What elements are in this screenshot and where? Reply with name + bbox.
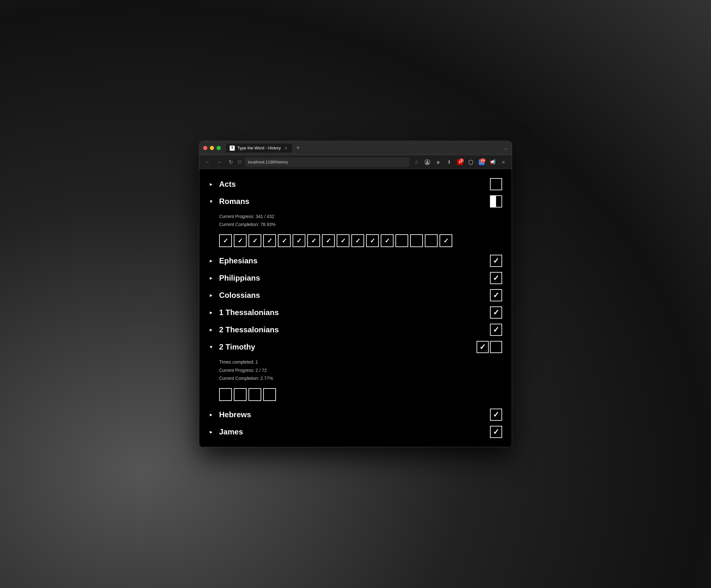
toolbar-icons: ☆ ◈ ⬆ M 1	[412, 158, 508, 167]
2timothy-checkbox-completed[interactable]	[477, 341, 489, 353]
book-item-2thess: ► 2 Thessalonians	[209, 321, 502, 338]
traffic-lights	[203, 146, 221, 150]
back-button[interactable]: ←	[203, 158, 212, 167]
ch-box-7[interactable]	[307, 234, 320, 247]
browser-window: T Type the Word - History × + ⌄ ← → ↻ 🛡 …	[199, 141, 512, 447]
hebrews-arrow[interactable]: ►	[209, 412, 215, 417]
ch-box-1[interactable]	[219, 234, 232, 247]
book-left-romans: ▼ Romans	[209, 197, 250, 206]
book-item-hebrews: ► Hebrews	[209, 406, 502, 423]
star-icon[interactable]: ☆	[412, 158, 421, 167]
share-icon[interactable]: ⬆	[445, 158, 454, 167]
title-bar: T Type the Word - History × + ⌄	[199, 141, 512, 155]
romans-checkbox[interactable]	[490, 195, 502, 207]
ephesians-checkbox[interactable]	[490, 255, 502, 267]
tab-close-button[interactable]: ×	[283, 145, 288, 151]
1thess-checkbox[interactable]	[490, 307, 502, 319]
shield-extension-icon[interactable]	[466, 158, 475, 167]
address-bar[interactable]: localhost:1199/history	[245, 157, 409, 167]
ephesians-title: Ephesians	[219, 256, 257, 265]
menu-icon[interactable]: ≡	[499, 158, 508, 167]
book-item-ephesians: ► Ephesians	[209, 252, 502, 269]
2thess-checkbox[interactable]	[490, 324, 502, 336]
2tim-ch-box-3[interactable]	[249, 388, 261, 401]
acts-checkbox-area	[490, 178, 502, 190]
2tim-ch-box-4[interactable]	[263, 388, 276, 401]
book-left-2thess: ► 2 Thessalonians	[209, 325, 279, 334]
book-left-ephesians: ► Ephesians	[209, 256, 257, 265]
svg-point-1	[426, 161, 428, 162]
ch-box-16[interactable]	[439, 234, 452, 247]
url-text: localhost:1199/history	[248, 160, 288, 164]
philippians-checkbox[interactable]	[490, 272, 502, 284]
philippians-checkbox-area	[490, 272, 502, 284]
romans-arrow[interactable]: ▼	[209, 199, 215, 204]
extension-red-icon[interactable]: M 1	[455, 158, 465, 167]
speaker-icon[interactable]: 📢	[488, 158, 497, 167]
acts-title: Acts	[219, 180, 236, 189]
page-content: ► Acts ▼ Romans Current Progress: 341 / …	[199, 169, 512, 447]
ch-box-2[interactable]	[234, 234, 246, 247]
book-item-philippians: ► Philippians	[209, 269, 502, 287]
ch-box-14[interactable]	[410, 234, 423, 247]
romans-stats: Current Progress: 341 / 432 Current Comp…	[209, 210, 502, 231]
acts-checkbox[interactable]	[490, 178, 502, 190]
hebrews-checkbox[interactable]	[490, 409, 502, 421]
james-checkbox-area	[490, 426, 502, 438]
colossians-arrow[interactable]: ►	[209, 293, 215, 298]
book-item-acts: ► Acts	[209, 176, 502, 193]
book-left-1thess: ► 1 Thessalonians	[209, 308, 279, 317]
philippians-arrow[interactable]: ►	[209, 275, 215, 280]
badge-10: 1.0	[480, 158, 486, 163]
reload-button[interactable]: ↻	[226, 158, 235, 167]
colossians-checkbox[interactable]	[490, 289, 502, 301]
ch-box-11[interactable]	[366, 234, 379, 247]
romans-title: Romans	[219, 197, 250, 206]
book-left-colossians: ► Colossians	[209, 291, 260, 300]
pocket-icon[interactable]: ◈	[434, 158, 443, 167]
2timothy-checkbox-current[interactable]	[490, 341, 502, 353]
tab-chevron-icon[interactable]: ⌄	[504, 145, 508, 151]
romans-completion: Current Completion: 78.93%	[219, 221, 492, 229]
1thess-checkbox-area	[490, 307, 502, 319]
2tim-ch-box-2[interactable]	[234, 388, 246, 401]
2tim-ch-box-1[interactable]	[219, 388, 232, 401]
book-left-philippians: ► Philippians	[209, 274, 260, 282]
extension-blue-icon[interactable]: ◈ 1.0	[477, 158, 486, 167]
book-left-hebrews: ► Hebrews	[209, 410, 251, 419]
ch-box-4[interactable]	[263, 234, 276, 247]
ephesians-arrow[interactable]: ►	[209, 258, 215, 263]
james-checkbox[interactable]	[490, 426, 502, 438]
2timothy-times-completed: Times completed: 1	[219, 358, 492, 366]
avatar-icon[interactable]	[423, 158, 432, 167]
book-item-1thess: ► 1 Thessalonians	[209, 304, 502, 321]
2thess-arrow[interactable]: ►	[209, 327, 215, 332]
minimize-button[interactable]	[210, 146, 214, 150]
book-left-acts: ► Acts	[209, 180, 236, 189]
book-item-2timothy: ▼ 2 Timothy	[209, 338, 502, 356]
tab-title: Type the Word - History	[237, 145, 281, 150]
book-item-james: ► James	[209, 423, 502, 440]
ch-box-12[interactable]	[381, 234, 393, 247]
tab-favicon: T	[230, 145, 235, 151]
romans-chapter-boxes	[209, 231, 502, 252]
forward-button[interactable]: →	[215, 158, 223, 167]
ch-box-13[interactable]	[395, 234, 408, 247]
badge-1: 1	[459, 158, 464, 163]
close-button[interactable]	[203, 146, 207, 150]
ch-box-6[interactable]	[293, 234, 305, 247]
ch-box-10[interactable]	[351, 234, 364, 247]
maximize-button[interactable]	[217, 146, 221, 150]
active-tab[interactable]: T Type the Word - History ×	[226, 144, 292, 153]
acts-arrow[interactable]: ►	[209, 182, 215, 187]
2timothy-arrow[interactable]: ▼	[209, 344, 215, 349]
1thess-arrow[interactable]: ►	[209, 310, 215, 315]
ch-box-15[interactable]	[425, 234, 437, 247]
new-tab-button[interactable]: +	[294, 144, 302, 153]
ch-box-8[interactable]	[322, 234, 335, 247]
ch-box-3[interactable]	[249, 234, 261, 247]
ch-box-9[interactable]	[337, 234, 349, 247]
romans-progress: Current Progress: 341 / 432	[219, 212, 492, 221]
james-arrow[interactable]: ►	[209, 429, 215, 434]
ch-box-5[interactable]	[278, 234, 290, 247]
